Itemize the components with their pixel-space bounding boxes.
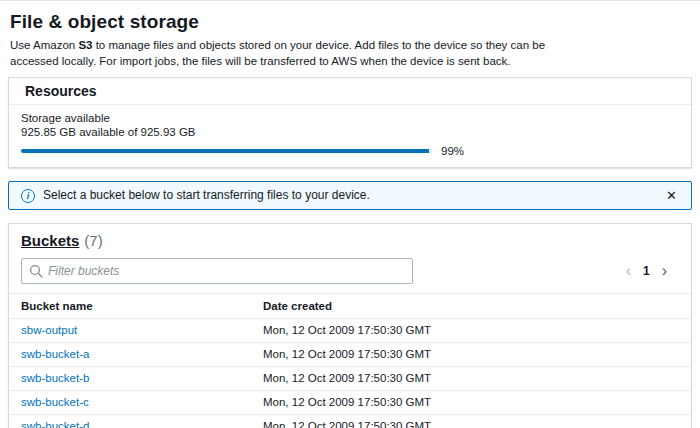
bucket-link[interactable]: swb-bucket-a <box>21 348 89 360</box>
resources-section-title: Resources <box>9 78 691 105</box>
info-alert-message: Select a bucket below to start transferr… <box>43 188 370 203</box>
buckets-table: Bucket name Date created sbw-output Mon,… <box>9 293 691 428</box>
storage-available-label: Storage available <box>21 112 679 125</box>
pagination-prev-button[interactable]: ‹ <box>620 263 637 279</box>
pagination-next-button[interactable]: › <box>656 263 673 279</box>
table-header-row: Bucket name Date created <box>9 294 691 319</box>
bucket-name-cell: swb-bucket-c <box>9 391 251 415</box>
column-header-bucket-name: Bucket name <box>9 294 251 319</box>
info-alert: i Select a bucket below to start transfe… <box>8 181 692 210</box>
storage-progress-bar <box>21 149 433 153</box>
filter-box <box>21 258 413 284</box>
close-icon: ✕ <box>666 188 677 203</box>
pagination: ‹ 1 › <box>620 263 673 279</box>
description-prefix: Use Amazon <box>10 39 78 51</box>
date-created-cell: Mon, 12 Oct 2009 17:50:30 GMT <box>251 343 691 367</box>
buckets-toolbar: ‹ 1 › <box>21 258 679 284</box>
buckets-title-row: Buckets (7) <box>21 232 679 249</box>
bucket-link[interactable]: swb-bucket-c <box>21 396 89 408</box>
date-created-cell: Mon, 12 Oct 2009 17:50:30 GMT <box>251 367 691 391</box>
storage-progress-row: 99% <box>21 145 679 157</box>
bucket-name-cell: swb-bucket-a <box>9 343 251 367</box>
storage-progress-fill <box>21 149 429 153</box>
page-title: File & object storage <box>10 11 692 33</box>
bucket-link[interactable]: swb-bucket-d <box>21 420 89 428</box>
date-created-cell: Mon, 12 Oct 2009 17:50:30 GMT <box>251 415 691 428</box>
resources-card: Resources Storage available 925.85 GB av… <box>8 77 692 168</box>
bucket-name-cell: sbw-output <box>9 319 251 343</box>
storage-progress-percent: 99% <box>441 145 464 157</box>
bucket-name-cell: swb-bucket-d <box>9 415 251 428</box>
file-object-storage-page: File & object storage Use Amazon S3 to m… <box>0 1 700 428</box>
table-row: sbw-output Mon, 12 Oct 2009 17:50:30 GMT <box>9 319 691 343</box>
column-header-date-created: Date created <box>251 294 691 319</box>
search-icon <box>29 264 43 278</box>
table-row: swb-bucket-b Mon, 12 Oct 2009 17:50:30 G… <box>9 367 691 391</box>
resources-card-body: Storage available 925.85 GB available of… <box>9 105 691 167</box>
storage-available-value: 925.85 GB available of 925.93 GB <box>21 126 679 139</box>
bucket-link[interactable]: swb-bucket-b <box>21 372 89 384</box>
buckets-section-title: Buckets <box>21 232 79 249</box>
bucket-name-cell: swb-bucket-b <box>9 367 251 391</box>
filter-buckets-input[interactable] <box>21 258 413 284</box>
bucket-link[interactable]: sbw-output <box>21 324 77 336</box>
table-row: swb-bucket-a Mon, 12 Oct 2009 17:50:30 G… <box>9 343 691 367</box>
page-description: Use Amazon S3 to manage files and object… <box>10 38 595 69</box>
alert-dismiss-button[interactable]: ✕ <box>664 189 679 202</box>
table-row: swb-bucket-d Mon, 12 Oct 2009 17:50:30 G… <box>9 415 691 428</box>
date-created-cell: Mon, 12 Oct 2009 17:50:30 GMT <box>251 319 691 343</box>
buckets-header: Buckets (7) ‹ 1 › <box>9 224 691 284</box>
pagination-page-1[interactable]: 1 <box>637 264 656 278</box>
date-created-cell: Mon, 12 Oct 2009 17:50:30 GMT <box>251 391 691 415</box>
buckets-card: Buckets (7) ‹ 1 › <box>8 223 692 428</box>
buckets-count-badge: (7) <box>84 232 102 249</box>
table-row: swb-bucket-c Mon, 12 Oct 2009 17:50:30 G… <box>9 391 691 415</box>
info-icon: i <box>21 189 35 203</box>
description-s3: S3 <box>78 39 92 51</box>
